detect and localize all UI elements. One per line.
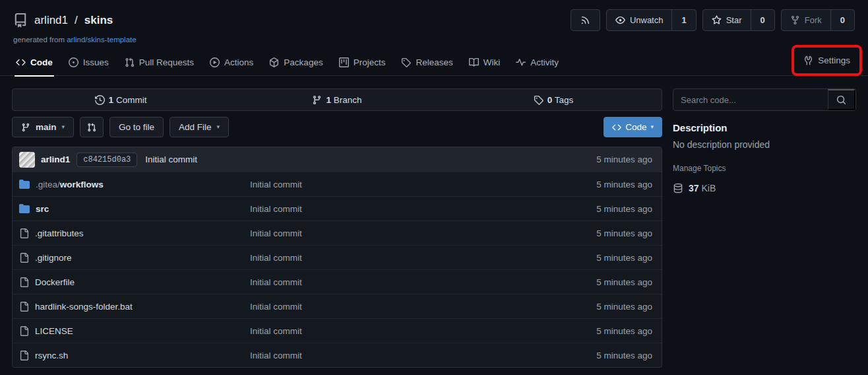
tab-issues[interactable]: Issues: [61, 50, 117, 76]
commit-message-link[interactable]: Initial commit: [145, 154, 197, 164]
code-search-box: [673, 88, 856, 111]
commit-hash-link[interactable]: c84215d0a3: [77, 153, 137, 167]
add-file-button[interactable]: Add File ▾: [170, 117, 229, 137]
pulse-icon: [516, 57, 526, 67]
history-icon: [95, 95, 105, 105]
template-repo-link[interactable]: arlind/skins-template: [67, 36, 136, 44]
settings-highlight-annotation: Settings: [791, 45, 862, 76]
branches-stat[interactable]: 1 Branch: [229, 89, 445, 110]
star-count[interactable]: 0: [751, 10, 774, 30]
commits-stat[interactable]: 1 Commit: [13, 89, 229, 110]
code-download-button[interactable]: Code ▾: [604, 117, 662, 137]
fork-count[interactable]: 0: [830, 10, 854, 30]
file-commit-message-link[interactable]: Initial commit: [250, 302, 302, 312]
tab-pull-requests[interactable]: Pull Requests: [117, 50, 202, 76]
fork-icon: [790, 15, 800, 25]
compare-button[interactable]: [80, 117, 104, 137]
watch-count[interactable]: 1: [671, 10, 695, 30]
repo-name-link[interactable]: skins: [84, 14, 113, 27]
file-row[interactable]: .gitea/workflows Initial commit 5 minute…: [13, 172, 662, 196]
repo-title: arlind1 / skins: [13, 13, 113, 28]
tab-releases[interactable]: Releases: [393, 50, 460, 76]
chevron-down-icon: ▾: [217, 124, 220, 130]
tab-label: Wiki: [483, 57, 501, 67]
tab-actions[interactable]: Actions: [202, 50, 261, 76]
search-input[interactable]: [673, 89, 828, 110]
tab-projects[interactable]: Projects: [331, 50, 394, 76]
avatar[interactable]: [19, 152, 35, 168]
file-name-link[interactable]: Dockerfile: [35, 277, 75, 287]
rss-button[interactable]: [571, 9, 600, 31]
file-commit-time: 5 minutes ago: [596, 253, 655, 263]
file-row[interactable]: hardlink-songs-folder.bat Initial commit…: [13, 294, 662, 318]
commit-count: 1: [109, 95, 114, 105]
folder-icon: [19, 179, 30, 189]
file-row[interactable]: src Initial commit 5 minutes ago: [13, 196, 662, 221]
file-name-link[interactable]: .gitignore: [35, 253, 72, 263]
branch-icon: [312, 95, 322, 105]
tag-count: 0: [547, 95, 553, 105]
pull-request-icon: [125, 57, 135, 67]
file-row[interactable]: Dockerfile Initial commit 5 minutes ago: [13, 269, 662, 294]
file-icon: [19, 228, 29, 238]
file-name-link[interactable]: rsync.sh: [35, 351, 68, 360]
repo-owner-link[interactable]: arlind1: [34, 14, 68, 27]
file-commit-time: 5 minutes ago: [596, 204, 655, 214]
file-commit-message-link[interactable]: Initial commit: [250, 253, 302, 263]
repo-tabs: Code Issues Pull Requests Actions Packag…: [0, 50, 868, 76]
commit-time: 5 minutes ago: [596, 154, 655, 164]
manage-topics-link[interactable]: Manage Topics: [673, 164, 726, 173]
file-name-link[interactable]: LICENSE: [35, 326, 73, 336]
file-commit-message-link[interactable]: Initial commit: [250, 351, 302, 360]
star-button[interactable]: Star: [703, 10, 751, 30]
file-commit-message-link[interactable]: Initial commit: [250, 326, 302, 336]
go-to-file-button[interactable]: Go to file: [109, 117, 164, 137]
repo-size: 37 KiB: [673, 183, 856, 193]
database-icon: [673, 183, 683, 193]
branch-label: Branch: [334, 95, 362, 105]
go-to-file-label: Go to file: [119, 122, 154, 132]
star-label: Star: [726, 15, 742, 25]
unwatch-label: Unwatch: [630, 15, 664, 25]
file-name-link[interactable]: .gitattributes: [35, 228, 84, 238]
unwatch-button[interactable]: Unwatch: [607, 10, 672, 30]
tab-packages[interactable]: Packages: [261, 50, 330, 76]
tags-stat[interactable]: 0 Tags: [445, 89, 662, 110]
tab-activity[interactable]: Activity: [508, 50, 567, 76]
file-icon: [19, 351, 29, 360]
generated-from-text: generated from: [13, 36, 65, 44]
tab-label: Packages: [284, 57, 323, 67]
file-row[interactable]: LICENSE Initial commit 5 minutes ago: [13, 318, 662, 343]
file-commit-time: 5 minutes ago: [596, 351, 655, 360]
commit-author-link[interactable]: arlind1: [41, 154, 70, 164]
latest-commit-row: arlind1 c84215d0a3 Initial commit 5 minu…: [13, 147, 662, 172]
file-name-link[interactable]: hardlink-songs-folder.bat: [35, 302, 133, 312]
file-commit-message-link[interactable]: Initial commit: [250, 204, 302, 214]
file-row[interactable]: .gitignore Initial commit 5 minutes ago: [13, 245, 662, 269]
package-icon: [269, 57, 279, 67]
tab-wiki[interactable]: Wiki: [461, 50, 509, 76]
file-commit-message-link[interactable]: Initial commit: [250, 228, 302, 238]
description-title: Description: [673, 122, 856, 133]
tab-settings[interactable]: Settings: [801, 48, 853, 74]
tab-code[interactable]: Code: [8, 50, 61, 76]
repo-stats-bar: 1 Commit 1 Branch 0 Tags: [12, 88, 662, 111]
repo-title-separator: /: [75, 14, 78, 27]
file-name-link[interactable]: src: [36, 204, 49, 214]
file-row[interactable]: rsync.sh Initial commit 5 minutes ago: [13, 343, 662, 367]
add-file-label: Add File: [179, 122, 212, 132]
file-name-link[interactable]: .gitea/workflows: [36, 180, 104, 189]
code-icon: [16, 57, 26, 67]
search-button[interactable]: [828, 89, 855, 110]
fork-button[interactable]: Fork: [782, 10, 830, 30]
branch-selector[interactable]: main ▾: [12, 117, 74, 137]
file-rows: .gitea/workflows Initial commit 5 minute…: [13, 172, 662, 367]
issue-icon: [69, 57, 78, 67]
file-commit-message-link[interactable]: Initial commit: [250, 277, 302, 287]
file-icon: [19, 326, 29, 336]
rss-icon: [580, 15, 590, 25]
file-commit-message-link[interactable]: Initial commit: [250, 180, 302, 189]
project-board-icon: [339, 57, 349, 67]
file-row[interactable]: .gitattributes Initial commit 5 minutes …: [13, 221, 662, 245]
tab-label: Issues: [83, 57, 109, 67]
